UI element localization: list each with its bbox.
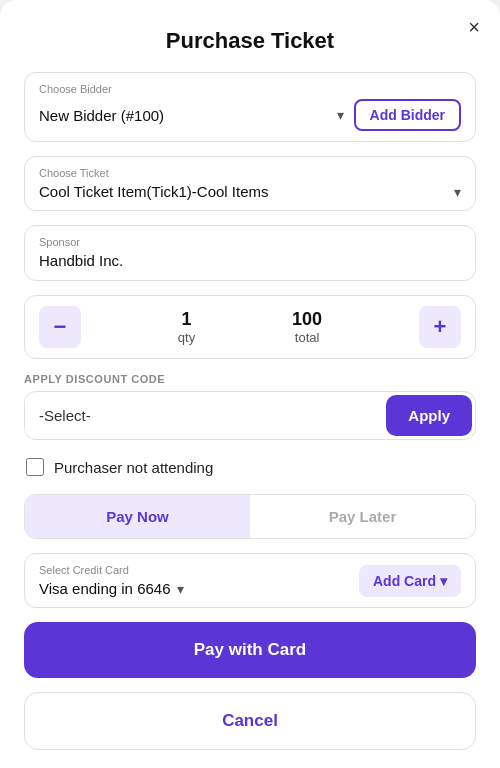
qty-info: 1 qty <box>178 309 195 345</box>
credit-card-value: Visa ending in 6646 <box>39 580 171 597</box>
add-bidder-button[interactable]: Add Bidder <box>354 99 461 131</box>
sponsor-value: Handbid Inc. <box>39 252 123 269</box>
bidder-dropdown-icon[interactable]: ▾ <box>337 107 344 123</box>
choose-ticket-label: Choose Ticket <box>39 167 461 179</box>
ticket-dropdown-icon[interactable]: ▾ <box>454 184 461 200</box>
modal-title: Purchase Ticket <box>24 28 476 54</box>
bidder-value: New Bidder (#100) <box>39 107 164 124</box>
credit-card-row: Select Credit Card Visa ending in 6646 ▾… <box>24 553 476 608</box>
purchaser-checkbox-row: Purchaser not attending <box>24 454 476 480</box>
discount-row: -Select- Apply <box>24 391 476 440</box>
total-info: 100 total <box>292 309 322 345</box>
qty-row: − 1 qty 100 total + <box>24 295 476 359</box>
pay-with-card-button[interactable]: Pay with Card <box>24 622 476 678</box>
qty-number: 1 <box>178 309 195 330</box>
sponsor-label: Sponsor <box>39 236 461 248</box>
credit-card-left: Select Credit Card Visa ending in 6646 ▾ <box>39 564 184 597</box>
sponsor-field: Sponsor Handbid Inc. <box>24 225 476 281</box>
discount-section: APPLY DISCOUNT CODE -Select- Apply <box>24 373 476 440</box>
qty-sub-label: qty <box>178 330 195 345</box>
add-card-button[interactable]: Add Card ▾ <box>359 565 461 597</box>
total-number: 100 <box>292 309 322 330</box>
minus-button[interactable]: − <box>39 306 81 348</box>
credit-card-label: Select Credit Card <box>39 564 184 576</box>
purchaser-checkbox[interactable] <box>26 458 44 476</box>
choose-bidder-label: Choose Bidder <box>39 83 461 95</box>
discount-select[interactable]: -Select- <box>25 395 383 436</box>
total-sub-label: total <box>292 330 322 345</box>
close-button[interactable]: × <box>468 16 480 39</box>
purchaser-checkbox-label: Purchaser not attending <box>54 459 213 476</box>
discount-label: APPLY DISCOUNT CODE <box>24 373 476 385</box>
pay-later-button[interactable]: Pay Later <box>250 495 475 538</box>
plus-button[interactable]: + <box>419 306 461 348</box>
add-card-chevron-icon: ▾ <box>440 573 447 589</box>
choose-bidder-field: Choose Bidder New Bidder (#100) ▾ Add Bi… <box>24 72 476 142</box>
ticket-value: Cool Ticket Item(Tick1)-Cool Items <box>39 183 269 200</box>
credit-card-dropdown-icon[interactable]: ▾ <box>177 581 184 597</box>
pay-now-button[interactable]: Pay Now <box>25 495 250 538</box>
apply-button[interactable]: Apply <box>386 395 472 436</box>
pay-toggle: Pay Now Pay Later <box>24 494 476 539</box>
purchase-ticket-modal: × Purchase Ticket Choose Bidder New Bidd… <box>0 0 500 768</box>
choose-ticket-field[interactable]: Choose Ticket Cool Ticket Item(Tick1)-Co… <box>24 156 476 211</box>
cancel-button[interactable]: Cancel <box>24 692 476 750</box>
